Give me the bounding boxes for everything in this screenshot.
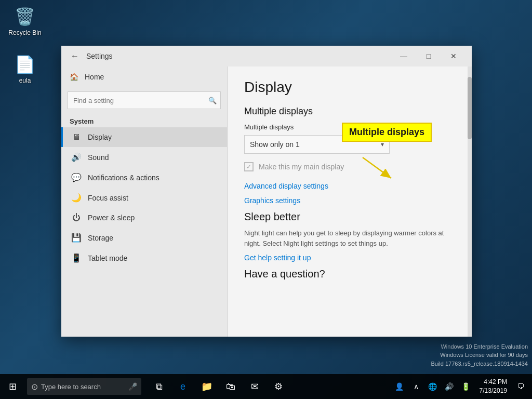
sidebar-item-display-label: Display [88,133,112,141]
eula-icon[interactable]: 📄 eula [4,52,46,86]
sidebar-home-item[interactable]: 🏠 Home [61,66,227,87]
home-icon: 🏠 [70,73,78,81]
taskbar: ⊞ ⊙ 🎤 ⧉ e 📁 🛍 ✉ ⚙ 👤 ∧ 🌐 🔊 🔋 4:42 PM 7/13… [0,374,532,399]
system-tray-chevron[interactable]: ∧ [409,379,423,394]
close-button[interactable]: ✕ [442,48,466,64]
sidebar-item-storage[interactable]: 💾 Storage [61,228,227,248]
graphics-settings-link[interactable]: Graphics settings [244,196,455,205]
settings-window: ← Settings — □ ✕ 🏠 Home 🔍 System [61,46,472,337]
main-content: Display Multiple displays Multiple displ… [228,66,472,337]
sleep-better-desc: Night light can help you get to sleep by… [244,228,455,248]
sound-icon: 🔊 [71,152,82,162]
sidebar-item-display[interactable]: 🖥 Display [61,127,227,147]
clock-time: 4:42 PM [484,378,507,387]
multiple-displays-heading: Multiple displays [244,106,455,117]
sidebar-item-power[interactable]: ⏻ Power & sleep [61,208,227,228]
sidebar-search-input[interactable] [68,91,221,109]
sidebar-item-focus-label: Focus assist [88,194,128,202]
file-explorer-button[interactable]: 📁 [195,375,218,398]
sidebar-item-tablet[interactable]: 📱 Tablet mode [61,248,227,268]
display-icon: 🖥 [71,132,82,142]
clock-date: 7/13/2019 [480,387,507,395]
sidebar-item-storage-label: Storage [88,234,113,242]
title-bar: ← Settings — □ ✕ [61,46,472,66]
edge-button[interactable]: e [171,375,194,398]
power-icon: ⏻ [71,213,82,222]
eula-image: 📄 [15,54,35,75]
main-display-checkbox-row: ✓ Make this my main display [244,162,455,171]
scrollbar-track[interactable] [468,66,472,337]
people-icon[interactable]: 👤 [392,379,407,394]
chevron-down-icon: ▾ [381,141,384,148]
sidebar-item-focus[interactable]: 🌙 Focus assist [61,188,227,208]
notifications-icon: 💬 [71,172,82,182]
mail-button[interactable]: ✉ [243,375,266,398]
search-icon: 🔍 [208,97,217,104]
taskbar-right: 👤 ∧ 🌐 🔊 🔋 4:42 PM 7/13/2019 🗨 [392,378,532,395]
advanced-display-link[interactable]: Advanced display settings [244,182,455,190]
eula-label: eula [19,77,31,84]
back-button[interactable]: ← [68,49,82,63]
scrollbar-thumb[interactable] [468,77,472,139]
sidebar-section-label: System [61,113,227,127]
start-button[interactable]: ⊞ [0,374,25,399]
notification-center-icon[interactable]: 🗨 [513,379,528,394]
storage-icon: 💾 [71,233,82,243]
recycle-bin-label: Recycle Bin [8,29,41,36]
settings-app-button[interactable]: ⚙ [267,375,290,398]
window-body: 🏠 Home 🔍 System 🖥 Display 🔊 Sound [61,66,472,337]
main-display-checkbox[interactable]: ✓ [244,162,254,171]
sleep-help-link[interactable]: Get help setting it up [244,254,455,262]
callout-box: Multiple displays [342,123,432,142]
desktop: 🗑️ Recycle Bin 📄 eula Windows 10 Enterpr… [0,0,532,399]
page-title: Display [244,79,455,96]
windows-license: Windows 10 Enterprise Evaluation Windows… [431,342,528,368]
sidebar-item-notifications[interactable]: 💬 Notifications & actions [61,167,227,188]
sidebar-home-label: Home [85,73,104,81]
sleep-better-title: Sleep better [244,211,455,223]
sidebar-item-tablet-label: Tablet mode [88,254,127,262]
recycle-bin-icon[interactable]: 🗑️ Recycle Bin [4,4,46,38]
volume-icon[interactable]: 🔊 [442,379,457,394]
sidebar-item-notifications-label: Notifications & actions [88,174,159,182]
dropdown-value: Show only on 1 [250,140,300,149]
sidebar-item-sound[interactable]: 🔊 Sound [61,147,227,167]
tablet-icon: 📱 [71,253,82,263]
window-controls: — □ ✕ [392,48,466,64]
battery-icon[interactable]: 🔋 [459,379,473,394]
network-icon[interactable]: 🌐 [425,379,440,394]
store-button[interactable]: 🛍 [219,375,242,398]
task-view-button[interactable]: ⧉ [148,375,170,398]
svg-line-1 [363,157,391,178]
sidebar-search-container: 🔍 [68,91,221,109]
maximize-button[interactable]: □ [417,48,441,64]
sidebar-item-power-label: Power & sleep [88,214,135,222]
main-display-label: Make this my main display [259,163,344,171]
license-line3: Build 17763.rs5_release.180914-1434 [431,360,528,368]
sidebar-item-sound-label: Sound [88,153,109,162]
taskbar-clock[interactable]: 4:42 PM 7/13/2019 [475,378,511,395]
license-line1: Windows 10 Enterprise Evaluation [431,342,528,351]
license-line2: Windows License valid for 90 days [431,351,528,360]
minimize-button[interactable]: — [392,48,416,64]
recycle-bin-image: 🗑️ [15,6,35,27]
callout-arrow [357,155,399,181]
taskbar-search-input[interactable] [41,383,124,391]
window-title: Settings [86,52,113,60]
taskbar-search-box[interactable]: ⊙ 🎤 [27,378,141,395]
cortana-icon: ⊙ [31,382,38,392]
have-question-heading: Have a question? [244,268,455,280]
taskbar-apps: ⧉ e 📁 🛍 ✉ ⚙ [148,375,290,398]
microphone-icon: 🎤 [128,382,137,391]
focus-icon: 🌙 [71,193,82,203]
sidebar: 🏠 Home 🔍 System 🖥 Display 🔊 Sound [61,66,228,337]
